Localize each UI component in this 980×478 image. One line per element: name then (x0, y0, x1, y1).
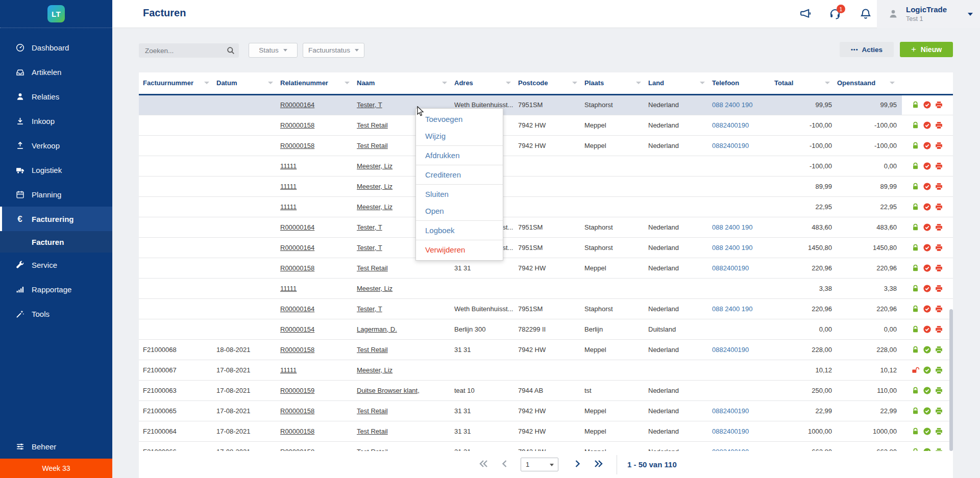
table-row[interactable]: R00000164Tester, TWeth Buitenhuisst...79… (139, 298, 953, 319)
relatienummer-link[interactable]: 11111 (280, 285, 297, 292)
telefoon-link[interactable]: 0882400190 (712, 407, 749, 415)
lock-icon[interactable] (912, 183, 919, 190)
telefoon-link[interactable]: 0882400190 (712, 427, 749, 435)
naam-link[interactable]: Tester, T (357, 101, 382, 109)
column-header-datum[interactable]: Datum (216, 72, 280, 94)
lock-icon[interactable] (912, 346, 919, 354)
lock-icon[interactable] (912, 203, 919, 211)
naam-link[interactable]: Meester, Liz (357, 183, 393, 190)
check-circle-icon[interactable] (923, 346, 931, 354)
check-circle-icon[interactable] (923, 407, 931, 415)
table-row[interactable]: F2100006317-08-2021R00000159Duitse Brows… (139, 380, 953, 400)
check-circle-icon[interactable] (923, 244, 931, 251)
status-filter-dropdown[interactable]: Status (249, 43, 298, 58)
filter-icon[interactable] (506, 82, 511, 84)
relatienummer-link[interactable]: R00000158 (280, 407, 314, 415)
printer-icon[interactable] (935, 183, 943, 190)
check-circle-icon[interactable] (923, 223, 931, 231)
check-circle-icon[interactable] (923, 285, 931, 292)
check-circle-icon[interactable] (923, 142, 931, 149)
lock-icon[interactable] (912, 407, 919, 415)
column-header-factuurnummer[interactable]: Factuurnummer (139, 72, 216, 94)
naam-link[interactable]: Meester, Liz (357, 162, 393, 170)
printer-icon[interactable] (935, 407, 943, 415)
table-row[interactable]: R00000158Test Retail31 317942 HWMeppelNe… (139, 135, 953, 156)
lock-open-icon[interactable] (912, 366, 919, 374)
printer-icon[interactable] (935, 162, 943, 170)
relatienummer-link[interactable]: R00000164 (280, 305, 314, 313)
sidebar-item-verkoop[interactable]: Verkoop (0, 133, 112, 158)
naam-link[interactable]: Test Retail (357, 427, 388, 435)
filter-icon[interactable] (442, 82, 447, 84)
factuurstatus-filter-dropdown[interactable]: Factuurstatus (303, 43, 364, 58)
lock-icon[interactable] (912, 325, 919, 333)
column-header-openstaand[interactable]: Openstaand (837, 72, 902, 94)
sidebar-item-dashboard[interactable]: Dashboard (0, 35, 112, 60)
telefoon-link[interactable]: 088 2400 190 (712, 223, 753, 231)
context-menu-item-open[interactable]: Open (416, 203, 503, 219)
relatienummer-link[interactable]: R00000154 (280, 325, 314, 333)
relatienummer-link[interactable]: R00000164 (280, 101, 314, 109)
column-header-naam[interactable]: Naam (357, 72, 454, 94)
naam-link[interactable]: Tester, T (357, 223, 382, 231)
relatienummer-link[interactable]: 11111 (280, 366, 297, 374)
context-menu-item-verwijderen[interactable]: Verwijderen (416, 241, 503, 258)
table-row[interactable]: F2100006517-08-2021R00000158Test Retail3… (139, 400, 953, 421)
sidebar-subitem-facturen[interactable]: Facturen (0, 231, 112, 253)
printer-icon[interactable] (935, 264, 943, 272)
lock-icon[interactable] (912, 305, 919, 313)
relatienummer-link[interactable]: R00000164 (280, 244, 314, 251)
search-icon[interactable] (227, 46, 235, 55)
sidebar-item-inkoop[interactable]: Inkoop (0, 109, 112, 133)
app-logo[interactable]: LT (47, 5, 65, 22)
last-page-button[interactable] (593, 458, 604, 471)
check-circle-icon[interactable] (923, 121, 931, 129)
column-header-relatienummer[interactable]: Relatienummer (280, 72, 357, 94)
printer-icon[interactable] (935, 203, 943, 211)
table-row[interactable]: R00000164Tester, TWeth Buitenhuisst...79… (139, 217, 953, 237)
table-row[interactable]: R00000164Tester, TWeth Buitenhuisst...79… (139, 94, 953, 115)
table-row[interactable]: R00000154Lagerman, D.Berlijn 300782299 I… (139, 319, 953, 339)
sidebar-item-tools[interactable]: Tools (0, 301, 112, 326)
lock-icon[interactable] (912, 244, 919, 251)
naam-link[interactable]: Tester, T (357, 305, 382, 313)
column-header-postcode[interactable]: Postcode (518, 72, 584, 94)
printer-icon[interactable] (935, 387, 943, 394)
filter-icon[interactable] (700, 82, 705, 84)
filter-icon[interactable] (345, 82, 350, 84)
table-row[interactable]: 11111Meester, Liz22,9522,95 (139, 196, 953, 217)
table-row[interactable]: 11111Meester, Liz3,383,38 (139, 278, 953, 298)
printer-icon[interactable] (935, 305, 943, 313)
table-row[interactable]: 11111Meester, Liz89,9989,99 (139, 176, 953, 196)
sidebar-item-facturering[interactable]: €Facturering (0, 207, 112, 231)
sidebar-item-logistiek[interactable]: Logistiek (0, 158, 112, 182)
sidebar-item-rapportage[interactable]: Rapportage (0, 277, 112, 301)
lock-icon[interactable] (912, 264, 919, 272)
naam-link[interactable]: Test Retail (357, 346, 388, 354)
printer-icon[interactable] (935, 101, 943, 109)
relatienummer-link[interactable]: R00000158 (280, 264, 314, 272)
table-row[interactable]: 11111Meester, Liz-100,000,00 (139, 156, 953, 176)
relatienummer-link[interactable]: 11111 (280, 162, 297, 170)
lock-icon[interactable] (912, 101, 919, 109)
lock-icon[interactable] (912, 387, 919, 394)
sidebar-item-artikelen[interactable]: Artikelen (0, 60, 112, 84)
lock-icon[interactable] (912, 162, 919, 170)
naam-link[interactable]: Lagerman, D. (357, 325, 397, 333)
lock-icon[interactable] (912, 121, 919, 129)
telefoon-link[interactable]: 088 2400 190 (712, 244, 753, 251)
lock-icon[interactable] (912, 223, 919, 231)
column-header-telefoon[interactable]: Telefoon (712, 72, 774, 94)
filter-icon[interactable] (572, 82, 577, 84)
check-circle-icon[interactable] (923, 325, 931, 333)
check-circle-icon[interactable] (923, 162, 931, 170)
check-circle-icon[interactable] (923, 203, 931, 211)
context-menu-item-logboek[interactable]: Logboek (416, 222, 503, 239)
check-circle-icon[interactable] (923, 366, 931, 374)
sidebar-item-planning[interactable]: Planning (0, 182, 112, 207)
naam-link[interactable]: Tester, T (357, 244, 382, 251)
printer-icon[interactable] (935, 366, 943, 374)
relatienummer-link[interactable]: R00000164 (280, 223, 314, 231)
relatienummer-link[interactable]: R00000158 (280, 142, 314, 149)
filter-icon[interactable] (204, 82, 209, 84)
